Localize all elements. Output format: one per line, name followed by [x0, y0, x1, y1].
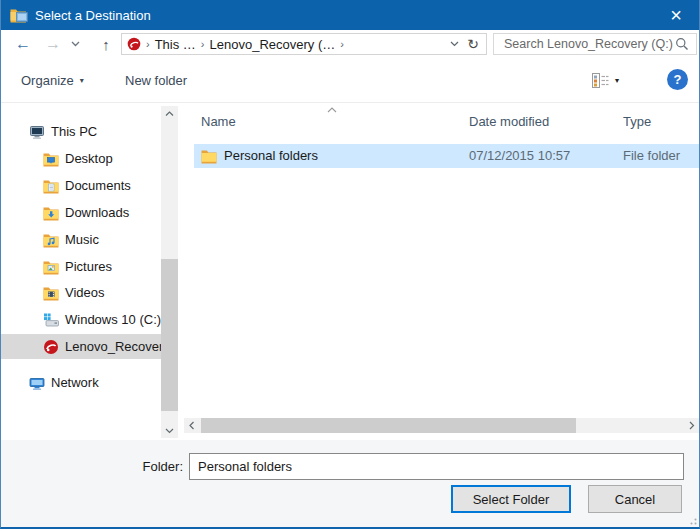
sidebar-item-label: This PC — [51, 124, 97, 139]
crumb-separator-icon: › — [201, 38, 205, 50]
back-icon: ← — [15, 35, 31, 53]
windows-drive-icon — [43, 312, 59, 328]
select-folder-button[interactable]: Select Folder — [451, 485, 571, 513]
crumb-separator-icon: › — [340, 38, 344, 50]
search-box — [493, 33, 697, 55]
change-view-button[interactable]: ▾ — [592, 70, 619, 91]
videos-folder-icon — [43, 285, 59, 301]
breadcrumb-lenovo-recovery[interactable]: Lenovo_Recovery (… — [210, 37, 336, 52]
forward-button[interactable]: → — [41, 30, 65, 58]
lenovo-recovery-icon — [43, 339, 59, 355]
sidebar-item-windows-10-c[interactable]: Windows 10 (C:) — [1, 307, 161, 332]
sidebar-item-label: Downloads — [65, 205, 129, 220]
up-button[interactable]: ↑ — [93, 30, 119, 58]
documents-folder-icon — [43, 178, 59, 194]
help-icon: ? — [674, 72, 682, 87]
new-folder-label: New folder — [125, 73, 187, 88]
column-header-date-modified[interactable]: Date modified — [469, 114, 549, 129]
sidebar-item-this-pc[interactable]: This PC — [1, 119, 161, 144]
up-icon: ↑ — [102, 36, 110, 53]
column-header-type[interactable]: Type — [623, 114, 651, 129]
column-header-name[interactable]: Name — [201, 114, 236, 129]
navigation-row: ← → ↑ › This … › Lenovo_Recovery (… › ↻ — [1, 30, 699, 58]
file-date-modified: 07/12/2015 10:57 — [469, 148, 570, 163]
dialog-folder-icon — [10, 7, 28, 23]
address-history-button[interactable] — [445, 33, 463, 55]
recent-locations-button[interactable] — [67, 30, 83, 58]
search-input[interactable] — [494, 37, 673, 51]
file-name: Personal folders — [224, 148, 318, 163]
sidebar-item-label: Network — [51, 375, 99, 390]
close-button[interactable]: × — [653, 0, 699, 30]
sidebar-item-label: Lenovo_Recovery — [65, 339, 161, 354]
chevron-up-icon — [165, 111, 174, 117]
organize-label: Organize — [21, 73, 74, 88]
file-row-personal-folders[interactable]: Personal folders 07/12/2015 10:57 File f… — [194, 144, 699, 168]
chevron-right-icon — [689, 421, 695, 430]
scroll-left-button[interactable] — [184, 418, 199, 433]
sidebar-scrollbar-thumb[interactable] — [161, 259, 178, 411]
list-horizontal-scrollbar[interactable] — [184, 418, 699, 433]
sidebar-item-downloads[interactable]: Downloads — [1, 200, 161, 225]
sidebar-item-lenovo-recovery[interactable]: Lenovo_Recovery — [1, 334, 161, 359]
back-button[interactable]: ← — [9, 30, 37, 58]
sort-ascending-icon — [327, 107, 337, 113]
forward-icon: → — [45, 35, 61, 53]
lenovo-recovery-icon — [127, 37, 141, 51]
command-bar: Organize ▾ New folder ▾ ? — [1, 58, 699, 103]
search-icon — [675, 37, 689, 51]
folder-name-input[interactable] — [189, 453, 684, 480]
file-type: File folder — [623, 148, 680, 163]
refresh-icon: ↻ — [467, 36, 479, 52]
chevron-down-icon: ▾ — [615, 76, 619, 85]
sidebar-item-label: Music — [65, 232, 99, 247]
sidebar-item-label: Documents — [65, 178, 131, 193]
crumb-separator-icon: › — [146, 38, 150, 50]
this-pc-icon — [29, 124, 45, 140]
folder-icon — [201, 148, 217, 164]
details-view-icon — [592, 72, 609, 89]
refresh-button[interactable]: ↻ — [463, 33, 483, 55]
sidebar-item-label: Videos — [65, 285, 105, 300]
sidebar-item-network[interactable]: Network — [1, 370, 161, 395]
organize-button[interactable]: Organize ▾ — [21, 58, 84, 103]
desktop-folder-icon — [43, 151, 59, 167]
help-button[interactable]: ? — [667, 69, 688, 90]
network-icon — [29, 375, 45, 391]
close-icon: × — [670, 5, 682, 25]
chevron-left-icon — [189, 421, 195, 430]
sidebar-item-videos[interactable]: Videos — [1, 280, 161, 305]
address-bar[interactable]: › This … › Lenovo_Recovery (… › ↻ — [121, 33, 487, 55]
scroll-right-button[interactable] — [684, 418, 699, 433]
select-destination-dialog: Select a Destination × ← → ↑ › This … › … — [0, 0, 700, 529]
scroll-up-button[interactable] — [161, 106, 178, 121]
content-area: This PC Desktop Documents — [1, 104, 699, 440]
chevron-down-icon — [450, 41, 459, 47]
sidebar-item-label: Windows 10 (C:) — [65, 312, 161, 327]
downloads-folder-icon — [43, 205, 59, 221]
window-title: Select a Destination — [35, 8, 151, 23]
sidebar-item-label: Pictures — [65, 259, 112, 274]
sidebar-item-label: Desktop — [65, 151, 113, 166]
new-folder-button[interactable]: New folder — [125, 58, 187, 103]
horizontal-scrollbar-thumb[interactable] — [201, 418, 576, 433]
sidebar-item-desktop[interactable]: Desktop — [1, 146, 161, 171]
sidebar-scrollbar[interactable] — [161, 106, 178, 438]
resize-grip[interactable] — [687, 515, 697, 525]
chevron-down-icon — [71, 41, 80, 47]
select-folder-label: Select Folder — [473, 492, 550, 507]
music-folder-icon — [43, 232, 59, 248]
chevron-down-icon — [165, 428, 174, 434]
cancel-label: Cancel — [615, 492, 655, 507]
sidebar-item-pictures[interactable]: Pictures — [1, 254, 161, 279]
chevron-down-icon: ▾ — [80, 76, 84, 85]
dialog-footer: Folder: Select Folder Cancel — [1, 440, 699, 527]
folder-label: Folder: — [119, 459, 183, 474]
sidebar-item-music[interactable]: Music — [1, 227, 161, 252]
scroll-down-button[interactable] — [161, 423, 178, 438]
title-bar: Select a Destination × — [1, 0, 699, 30]
sidebar-item-documents[interactable]: Documents — [1, 173, 161, 198]
breadcrumb-this-pc[interactable]: This … — [155, 37, 196, 52]
pictures-folder-icon — [43, 259, 59, 275]
cancel-button[interactable]: Cancel — [588, 485, 682, 513]
